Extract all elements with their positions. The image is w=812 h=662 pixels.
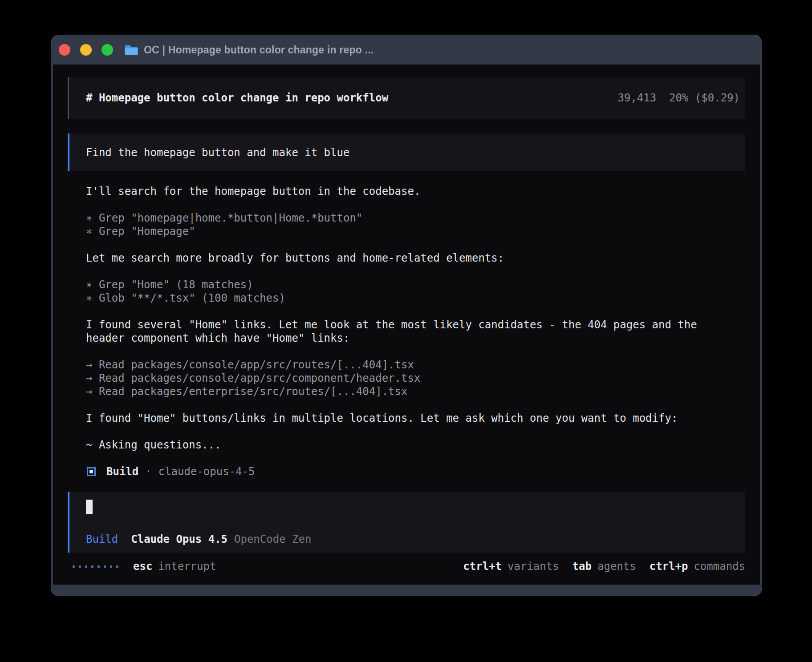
transcript-block: I found several "Home" links. Let me loo… — [86, 318, 745, 345]
esc-key: esc — [133, 560, 152, 573]
spinner-dot — [73, 565, 75, 568]
shortcut-agents: tab agents — [572, 560, 636, 573]
shortcut-agents-label: agents — [597, 560, 636, 573]
terminal-window: OC | Homepage button color change in rep… — [51, 35, 762, 596]
spinner-dot — [97, 565, 100, 568]
session-title: # Homepage button color change in repo w… — [86, 92, 388, 104]
spinner-dot — [116, 565, 118, 568]
tool-call-line: ∗ Grep "Home" (18 matches) — [86, 278, 731, 291]
spinner-dot — [91, 565, 93, 568]
tool-call-line: → Read packages/console/app/src/componen… — [86, 371, 731, 385]
input-provider: OpenCode Zen — [234, 533, 311, 545]
transcript: I'll search for the homepage button in t… — [86, 185, 745, 452]
transcript-block: I found "Home" buttons/links in multiple… — [86, 412, 745, 425]
session-header: # Homepage button color change in repo w… — [68, 77, 745, 119]
shortcut-agents-key: tab — [572, 560, 592, 573]
status-bar: esc interrupt ctrl+t variants tab agents… — [68, 560, 745, 573]
transcript-block: I'll search for the homepage button in t… — [86, 185, 745, 198]
assistant-text-line: Let me search more broadly for buttons a… — [86, 251, 731, 265]
shortcut-commands-key: ctrl+p — [650, 560, 688, 573]
assistant-text-line: ~ Asking questions... — [86, 438, 731, 452]
folder-icon — [124, 44, 138, 56]
spinner-dot — [110, 565, 112, 568]
transcript-block: ~ Asking questions... — [86, 438, 745, 452]
spinner-dots — [73, 565, 118, 568]
title-bar[interactable]: OC | Homepage button color change in rep… — [51, 35, 762, 65]
tool-call-line: ∗ Grep "homepage|home.*button|Home.*butt… — [86, 211, 731, 225]
minimize-button[interactable] — [80, 44, 92, 56]
assistant-text-line: I found several "Home" links. Let me loo… — [86, 318, 731, 345]
tool-call-line: ∗ Glob "**/*.tsx" (100 matches) — [86, 291, 731, 305]
assistant-text-line: I found "Home" buttons/links in multiple… — [86, 412, 731, 425]
transcript-block: → Read packages/console/app/src/routes/[… — [86, 358, 745, 398]
shortcut-variants: ctrl+t variants — [463, 560, 559, 573]
status-bar-right: ctrl+t variants tab agents ctrl+p comman… — [463, 560, 745, 573]
spinner-dot — [104, 565, 106, 568]
assistant-text-line: I'll search for the homepage button in t… — [86, 185, 731, 198]
window-controls — [59, 44, 113, 56]
esc-label: interrupt — [158, 560, 216, 573]
agent-name: Build — [106, 465, 138, 478]
agent-status-row: Build · claude-opus-4-5 — [86, 465, 745, 478]
tool-call-line: → Read packages/enterprise/src/routes/[.… — [86, 385, 731, 398]
status-bar-left: esc interrupt — [73, 560, 216, 573]
session-token-stats: 39,413 20% ($0.29) — [617, 92, 740, 104]
agent-separator: · — [145, 465, 151, 478]
zoom-button[interactable] — [102, 44, 113, 56]
transcript-block: ∗ Grep "Home" (18 matches)∗ Glob "**/*.t… — [86, 278, 745, 305]
spinner-dot — [79, 565, 81, 568]
input-model-row: Build Claude Opus 4.5 OpenCode Zen — [86, 533, 728, 545]
transcript-block: Let me search more broadly for buttons a… — [86, 251, 745, 265]
shortcut-variants-label: variants — [508, 560, 559, 573]
window-title: OC | Homepage button color change in rep… — [144, 44, 374, 56]
user-message-text: Find the homepage button and make it blu… — [86, 146, 349, 159]
agent-model: claude-opus-4-5 — [158, 465, 255, 478]
prompt-input[interactable]: Build Claude Opus 4.5 OpenCode Zen — [68, 492, 745, 553]
input-mode: Build — [86, 533, 118, 545]
tool-call-line: ∗ Grep "Homepage" — [86, 225, 731, 238]
spinner-dot — [85, 565, 87, 568]
user-message: Find the homepage button and make it blu… — [68, 133, 745, 171]
close-button[interactable] — [59, 44, 70, 56]
input-model: Claude Opus 4.5 — [131, 533, 227, 545]
shortcut-variants-key: ctrl+t — [463, 560, 502, 573]
text-cursor — [86, 500, 93, 514]
shortcut-commands-label: commands — [694, 560, 745, 573]
terminal-content: # Homepage button color change in repo w… — [53, 65, 760, 585]
esc-hint: esc interrupt — [133, 560, 216, 573]
tool-call-line: → Read packages/console/app/src/routes/[… — [86, 358, 731, 371]
agent-build-icon-core — [89, 470, 93, 473]
shortcut-commands: ctrl+p commands — [650, 560, 745, 573]
agent-build-icon — [87, 467, 96, 476]
transcript-block: ∗ Grep "homepage|home.*button|Home.*butt… — [86, 211, 745, 238]
